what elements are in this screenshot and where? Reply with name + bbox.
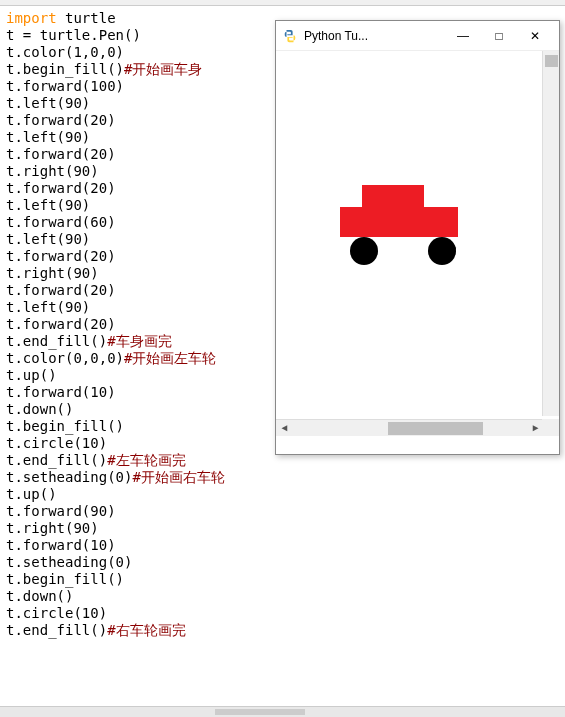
turtle-canvas <box>280 55 538 415</box>
code-line: t.setheading(0) <box>6 554 559 571</box>
code-token: t.forward(20) <box>6 146 116 162</box>
code-token: t.up() <box>6 367 57 383</box>
code-token: t.begin_fill() <box>6 571 124 587</box>
car-body-shape <box>340 207 458 237</box>
window-title-bar[interactable]: Python Tu... — □ ✕ <box>276 21 559 51</box>
horizontal-scroll-thumb[interactable] <box>388 422 483 435</box>
car-cabin-shape <box>362 185 424 207</box>
python-icon <box>282 28 298 44</box>
turtle-output-window: Python Tu... — □ ✕ ◄ ► <box>275 20 560 455</box>
code-token: t.circle(10) <box>6 435 107 451</box>
turtle-canvas-container: ◄ ► <box>276 51 559 436</box>
code-token: t.forward(20) <box>6 180 116 196</box>
code-line: t.forward(90) <box>6 503 559 520</box>
vertical-scroll-thumb[interactable] <box>545 55 558 67</box>
code-token: t.forward(20) <box>6 316 116 332</box>
code-token: t.forward(20) <box>6 248 116 264</box>
code-line: t.circle(10) <box>6 605 559 622</box>
code-line: t.end_fill()#右车轮画完 <box>6 622 559 639</box>
code-token: t.down() <box>6 401 73 417</box>
code-token: t.setheading(0) <box>6 469 132 485</box>
code-token: t.right(90) <box>6 520 99 536</box>
code-line: t.setheading(0)#开始画右车轮 <box>6 469 559 486</box>
code-line: t.right(90) <box>6 520 559 537</box>
code-line: t.up() <box>6 486 559 503</box>
code-token: t.begin_fill() <box>6 418 124 434</box>
code-token: t.down() <box>6 588 73 604</box>
code-token: t.right(90) <box>6 163 99 179</box>
window-title: Python Tu... <box>304 29 445 43</box>
close-button[interactable]: ✕ <box>517 22 553 50</box>
code-token: t.forward(20) <box>6 282 116 298</box>
code-token: t.setheading(0) <box>6 554 132 570</box>
horizontal-scroll-track[interactable] <box>293 420 527 437</box>
status-bar-fragment <box>215 709 305 715</box>
code-line: t.begin_fill() <box>6 571 559 588</box>
code-token: turtle <box>57 10 116 26</box>
code-token: t.left(90) <box>6 231 90 247</box>
scroll-left-arrow-icon[interactable]: ◄ <box>276 420 293 437</box>
code-token: #右车轮画完 <box>107 622 185 638</box>
maximize-button[interactable]: □ <box>481 22 517 50</box>
code-token: t.begin_fill() <box>6 61 124 77</box>
ide-status-bar <box>0 706 565 717</box>
code-token: #开始画左车轮 <box>124 350 216 366</box>
code-token: t.left(90) <box>6 197 90 213</box>
code-token: t.color(1,0,0) <box>6 44 124 60</box>
code-token: #开始画右车轮 <box>132 469 224 485</box>
code-line: t.down() <box>6 588 559 605</box>
code-token: #车身画完 <box>107 333 171 349</box>
code-token: t = turtle.Pen() <box>6 27 141 43</box>
code-token: t.up() <box>6 486 57 502</box>
horizontal-scrollbar[interactable]: ◄ ► <box>276 419 544 436</box>
code-token: t.end_fill() <box>6 622 107 638</box>
code-token: import <box>6 10 57 26</box>
minimize-button[interactable]: — <box>445 22 481 50</box>
code-token: t.forward(20) <box>6 112 116 128</box>
code-token: t.right(90) <box>6 265 99 281</box>
code-token: t.forward(100) <box>6 78 124 94</box>
scroll-corner <box>542 419 559 436</box>
code-token: t.left(90) <box>6 299 90 315</box>
code-line: t.forward(10) <box>6 537 559 554</box>
code-token: t.forward(10) <box>6 384 116 400</box>
code-token: t.end_fill() <box>6 333 107 349</box>
code-token: #开始画车身 <box>124 61 202 77</box>
code-token: t.left(90) <box>6 129 90 145</box>
vertical-scrollbar[interactable] <box>542 51 559 416</box>
code-token: #左车轮画完 <box>107 452 185 468</box>
code-token: t.end_fill() <box>6 452 107 468</box>
code-token: t.circle(10) <box>6 605 107 621</box>
code-token: t.left(90) <box>6 95 90 111</box>
code-token: t.forward(90) <box>6 503 116 519</box>
code-token: t.forward(60) <box>6 214 116 230</box>
car-left-wheel <box>350 237 378 265</box>
code-token: t.color(0,0,0) <box>6 350 124 366</box>
code-token: t.forward(10) <box>6 537 116 553</box>
